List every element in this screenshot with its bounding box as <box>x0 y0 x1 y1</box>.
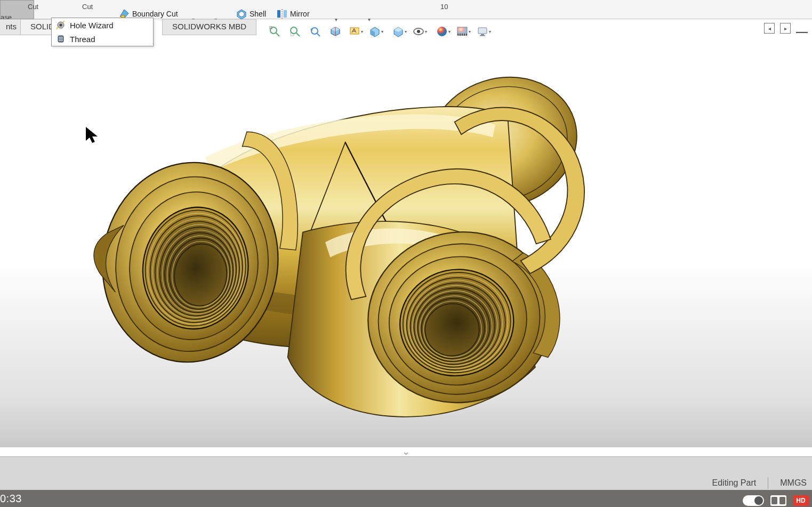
shell-label: Shell <box>250 10 266 18</box>
hole-wizard-icon <box>56 20 66 30</box>
chevron-down-icon: ▾ <box>469 29 471 34</box>
mirror-icon <box>276 8 288 20</box>
svg-point-28 <box>437 27 447 36</box>
svg-marker-3 <box>239 11 244 17</box>
ribbon-cut-label-2: Cut <box>80 0 95 16</box>
top-right-controls: ◂ ▸ — <box>764 22 808 34</box>
chevron-down-icon: ▾ <box>489 29 491 34</box>
svg-rect-5 <box>284 10 287 18</box>
quality-hd-badge[interactable]: HD <box>793 495 809 506</box>
svg-rect-39 <box>481 34 484 35</box>
playback-time: 0:33 <box>0 493 22 505</box>
status-units[interactable]: MMGS <box>780 478 807 488</box>
previous-view-button[interactable] <box>307 24 323 39</box>
menu-item-thread[interactable]: Thread <box>52 32 153 46</box>
svg-rect-36 <box>464 34 465 36</box>
menu-item-label: Hole Wizard <box>70 21 114 30</box>
svg-point-27 <box>417 30 420 33</box>
zoom-area-button[interactable] <box>287 24 303 39</box>
shell-icon <box>236 8 247 20</box>
chevron-down-icon: ▾ <box>361 29 363 34</box>
svg-rect-4 <box>277 10 280 18</box>
chevron-down-icon: ▾ <box>405 29 407 34</box>
view-settings-button[interactable]: ▾ <box>476 24 492 39</box>
status-editing: Editing Part <box>712 478 757 488</box>
svg-line-17 <box>317 33 320 36</box>
status-divider <box>768 477 768 489</box>
svg-rect-38 <box>478 28 487 34</box>
svg-marker-78 <box>86 127 98 143</box>
ribbon-trailing-number: 10 <box>438 0 450 16</box>
svg-line-14 <box>296 33 300 36</box>
display-style-button[interactable]: ▾ <box>368 24 384 39</box>
svg-line-11 <box>276 33 279 36</box>
svg-rect-37 <box>466 34 467 36</box>
svg-rect-35 <box>462 34 463 36</box>
tab-solidworks-mbd[interactable]: SOLIDWORKS MBD <box>162 19 256 35</box>
chevron-down-icon: ⌄ <box>402 446 410 457</box>
solidworks-status-strip: Editing Part MMGS <box>0 456 812 490</box>
minimize-button[interactable]: — <box>796 22 808 34</box>
svg-rect-34 <box>460 34 461 36</box>
graphics-area[interactable] <box>0 37 812 447</box>
svg-point-13 <box>291 27 297 34</box>
chevron-down-icon: ▾ <box>425 29 427 34</box>
panel-collapse-left-button[interactable]: ◂ <box>764 23 775 34</box>
bottom-panel-toggle[interactable]: ⌄ <box>0 447 812 456</box>
video-player-bar: 0:33 HD <box>0 490 812 507</box>
svg-point-10 <box>270 27 277 34</box>
heads-up-toolbar: ▾ ▾ ▾ ▾ ▾ ▾ ▾ <box>267 22 492 41</box>
svg-rect-33 <box>457 34 459 36</box>
model-view <box>0 37 812 447</box>
svg-rect-30 <box>457 27 467 35</box>
view-orientation-button[interactable]: ▾ <box>391 24 407 39</box>
hide-show-button[interactable]: ▾ <box>412 24 428 39</box>
mirror-label: Mirror <box>290 10 310 18</box>
autoplay-toggle[interactable] <box>743 495 764 506</box>
svg-point-8 <box>60 24 62 27</box>
captions-button[interactable] <box>770 495 786 506</box>
edit-appearance-button[interactable]: ▾ <box>435 24 451 39</box>
thread-icon <box>56 34 66 44</box>
chevron-down-icon: ▾ <box>448 29 451 34</box>
zoom-fit-button[interactable] <box>267 24 283 39</box>
svg-rect-40 <box>480 35 485 36</box>
panel-collapse-right-button[interactable]: ▸ <box>780 23 791 34</box>
menu-item-hole-wizard[interactable]: Hole Wizard <box>52 18 153 32</box>
apply-scene-button[interactable]: ▾ <box>455 24 471 39</box>
cursor-icon <box>85 126 99 144</box>
ribbon: Cut Cut ase ▾ ▾ Boundary Cut ▾ ▾ Shell <box>0 0 812 19</box>
ribbon-cut-label-1: Cut <box>26 0 41 16</box>
chevron-down-icon: ▾ <box>381 29 383 34</box>
dynamic-annotation-button[interactable]: ▾ <box>348 24 364 39</box>
menu-item-label: Thread <box>70 35 95 44</box>
hole-wizard-dropdown: Hole Wizard Thread <box>51 18 154 46</box>
boundary-cut-label: Boundary Cut <box>132 10 178 18</box>
section-view-button[interactable] <box>327 24 343 39</box>
